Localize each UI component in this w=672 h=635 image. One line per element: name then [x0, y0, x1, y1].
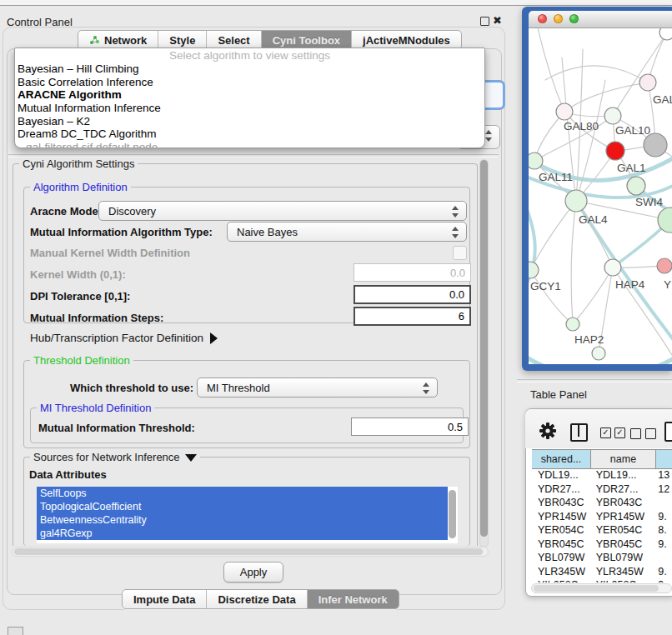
edge [576, 80, 605, 201]
network-node-gal11[interactable] [529, 152, 543, 169]
mi-steps-field[interactable]: 6 [354, 307, 471, 326]
network-node[interactable] [592, 347, 605, 360]
table-header-row: shared...name [532, 449, 672, 469]
dropdown-ghost-text: gal-filtered.sif default node [15, 141, 484, 148]
network-window-titlebar[interactable] [529, 11, 672, 28]
network-canvas[interactable]: GALGAL80GAL10GAL1GAL11SWI4GAL4GCY1HAP4YH… [529, 28, 672, 364]
network-node-gal[interactable] [639, 74, 656, 91]
table-cell: YBR043C [532, 497, 590, 508]
network-node[interactable] [644, 133, 667, 157]
table-row[interactable]: YDR27...YDR27...12 [532, 482, 672, 497]
new-column-icon[interactable] [664, 422, 672, 442]
table-cell: YBR045C [590, 538, 654, 550]
sources-group-title: Sources for Network Inference [30, 451, 200, 463]
float-window-icon[interactable] [480, 17, 489, 26]
minimize-traffic-light[interactable] [554, 14, 563, 23]
table-cell: 9. [654, 566, 672, 578]
dropdown-prompt[interactable]: Select algorithm to view settings [15, 48, 484, 62]
attribute-list-item[interactable]: TopologicalCoefficient [37, 500, 448, 513]
manual-kernel-checkbox[interactable] [453, 246, 467, 260]
tab-select[interactable]: Select [207, 31, 261, 49]
data-attributes-list[interactable]: SelfLoopsTopologicalCoefficientBetweenne… [37, 487, 458, 543]
network-node-gal1[interactable] [606, 142, 624, 160]
gear-icon[interactable] [539, 422, 557, 440]
column-header-name[interactable]: name [591, 450, 656, 468]
dropdown-item[interactable]: Bayesian – Hill Climbing [15, 62, 484, 76]
edge [537, 28, 564, 112]
hub-definition-toggle[interactable]: Hub/Transcription Factor Definition [30, 332, 218, 344]
apply-button[interactable]: Apply [223, 562, 283, 582]
tab-jactivemnodules[interactable]: jActiveMNodules [352, 31, 461, 49]
column-header[interactable] [656, 450, 672, 468]
table-rows: YDL19...YDL19...13YDR27...YDR27...12YBR0… [532, 468, 672, 582]
network-node-hap4[interactable] [604, 259, 621, 276]
mi-type-combobox[interactable]: Naive Bayes [227, 222, 467, 242]
node-label: GAL1 [617, 162, 646, 174]
table-row[interactable]: YLR345WYLR345W9. [532, 565, 672, 579]
table-hscrollbar-thumb[interactable] [534, 585, 659, 592]
table-row[interactable]: YDL19...YDL19...13 [532, 468, 672, 482]
tab-network[interactable]: Network [78, 31, 158, 49]
algorithm-definition-title: Algorithm Definition [30, 181, 131, 193]
checked-box-icon: ✓ [614, 428, 625, 438]
deselect-all-columns-icon[interactable] [630, 428, 656, 439]
tab-discretize-data[interactable]: Discretize Data [207, 590, 307, 608]
which-threshold-value: MI Threshold [207, 382, 270, 394]
close-traffic-light[interactable] [538, 14, 547, 23]
tab-impute-data[interactable]: Impute Data [123, 590, 207, 608]
dropdown-item[interactable]: ARACNE Algorithm [15, 88, 484, 102]
settings-vscrollbar-thumb[interactable] [480, 160, 488, 537]
table-cell: YDL19... [590, 469, 654, 481]
list-vscrollbar-thumb[interactable] [449, 490, 456, 538]
attribute-list-item[interactable]: SelfLoops [37, 487, 448, 500]
tab-cyni-toolbox[interactable]: Cyni Toolbox [262, 31, 352, 49]
table-row[interactable]: YIL052CYIL052C9 [532, 578, 672, 582]
node-label: GCY1 [530, 280, 561, 292]
expand-arrow-icon[interactable] [185, 454, 197, 462]
tab-label: Network [104, 34, 147, 47]
dropdown-item[interactable]: Basic Correlation Inference [15, 76, 484, 89]
close-icon[interactable]: ✖ [493, 14, 502, 27]
mi-type-label: Mutual Information Algorithm Type: [30, 226, 213, 238]
table-row[interactable]: YER054CYER054C8. [532, 523, 672, 538]
combo-spinner-icon [485, 130, 493, 142]
network-node-gal10[interactable] [604, 108, 621, 124]
table-row[interactable]: YBR043CYBR043C [532, 496, 672, 510]
dropdown-item[interactable]: Bayesian – K2 [15, 115, 484, 128]
attribute-list-item[interactable]: BetweennessCentrality [37, 513, 448, 527]
zoom-traffic-light[interactable] [569, 14, 579, 23]
network-node-gcy1[interactable] [529, 262, 539, 278]
dpi-tolerance-field[interactable]: 0.0 [354, 285, 471, 304]
tab-label: Discretize Data [218, 593, 295, 606]
node-label: GAL11 [539, 171, 573, 183]
network-node-hap2[interactable] [566, 318, 579, 331]
network-node-gal80[interactable] [556, 103, 573, 120]
tab-infer-network[interactable]: Infer Network [308, 590, 399, 608]
dropdown-item[interactable]: Dream8 DC_TDC Algorithm [15, 128, 484, 141]
table-cell: YBL079W [532, 552, 590, 563]
table-row[interactable]: YBL079WYBL079W [532, 551, 672, 565]
network-icon [89, 35, 100, 45]
mi-threshold-group-title: MI Threshold Definition [37, 402, 154, 414]
column-header-shared[interactable]: shared... [532, 450, 591, 468]
which-threshold-combobox[interactable]: MI Threshold [197, 378, 438, 398]
kernel-width-field[interactable]: 0.0 [354, 263, 471, 282]
attribute-list-item[interactable]: gal4RGexp [37, 527, 448, 540]
network-node-gal4[interactable] [565, 190, 587, 212]
network-node-y[interactable] [657, 258, 672, 273]
tab-style[interactable]: Style [158, 31, 207, 49]
tab-label: Infer Network [318, 593, 388, 606]
table-row[interactable]: YBR045CYBR045C9. [532, 538, 672, 552]
aracne-mode-value: Discovery [108, 205, 156, 218]
settings-hscrollbar-thumb[interactable] [14, 548, 483, 555]
network-node[interactable] [659, 28, 672, 40]
dropdown-item[interactable]: Mutual Information Inference [15, 102, 484, 115]
collapsed-panel-icon[interactable] [8, 627, 23, 635]
select-all-columns-icon[interactable]: ✓ ✓ [600, 428, 625, 438]
aracne-mode-combobox[interactable]: Discovery [98, 201, 467, 221]
mi-threshold-field[interactable]: 0.5 [351, 418, 469, 436]
table-cell: 12 [654, 483, 672, 495]
column-layout-icon[interactable] [570, 423, 588, 442]
table-row[interactable]: YPR145WYPR145W9. [532, 510, 672, 524]
network-node-swi4[interactable] [627, 177, 645, 195]
